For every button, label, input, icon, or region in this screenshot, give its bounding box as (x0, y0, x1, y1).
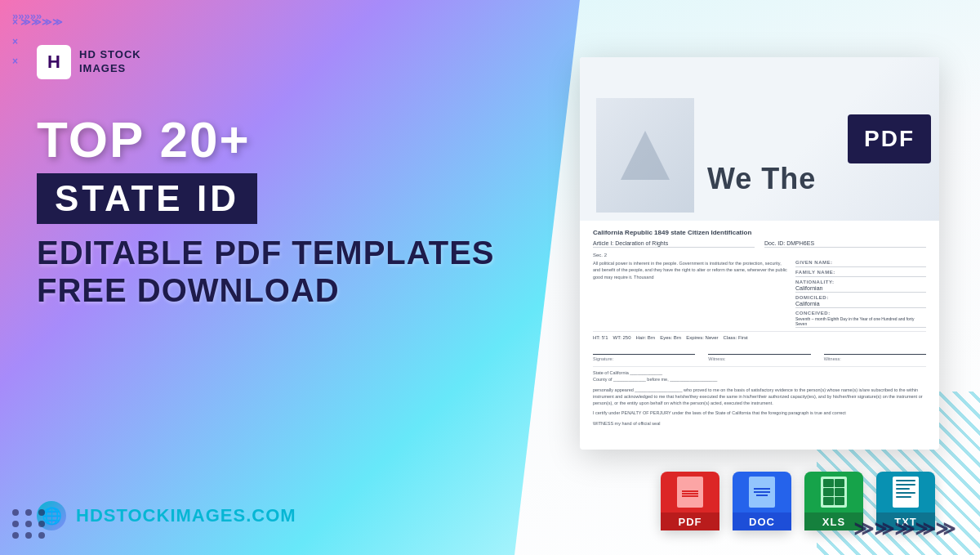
format-doc[interactable]: DOC (733, 472, 791, 530)
doc-format-label: DOC (733, 512, 791, 530)
wt-label: WT: 250 (613, 335, 631, 340)
sig-col-2: Witness: (708, 343, 810, 361)
nationality-value: Californian (795, 285, 926, 293)
bottom-left-area: 🌐 HDSTOCKIMAGES.COM (37, 501, 296, 530)
family-name-label: Family Name: (795, 270, 926, 275)
expires-label: Expires: Never (686, 335, 718, 340)
doc-body-text: All political power is inherent in the p… (593, 260, 789, 280)
eyes-label: Eyes: Brn (660, 335, 681, 340)
doc-divider-2 (593, 366, 926, 367)
domiciled-label: Domiciled: (795, 295, 926, 300)
cross-row-1: × ≫≫≫≫ (12, 16, 63, 28)
deco-arrows-bottom-right: ≫≫≫≫≫ (853, 517, 956, 540)
doc-header-row: Article I: Declaration of Rights Doc. ID… (593, 239, 926, 248)
penalty-text: I certify under PENALTY OF PERJURY under… (593, 410, 926, 416)
pdf-badge: PDF (848, 114, 931, 163)
brand-name-line2: IMAGES (79, 62, 141, 76)
witness1-line (708, 343, 810, 355)
brand-name-line1: HD STOCK (79, 48, 141, 62)
doc-left-col: All political power is inherent in the p… (593, 260, 789, 328)
doc-article-col: Article I: Declaration of Rights (593, 239, 755, 248)
doc-divider-1 (593, 331, 926, 332)
doc-content-area: California Republic 1849 state Citizen I… (580, 221, 939, 438)
doc-we-the-text: We The (707, 162, 816, 196)
subtitle-line2: FREE DOWNLOAD (37, 271, 495, 309)
doc-id: Doc. ID: DMPH6ES (764, 240, 926, 248)
website-text: HDSTOCKIMAGES.COM (76, 505, 296, 526)
logo-box: H (37, 45, 71, 79)
main-content-left: TOP 20+ STATE ID EDITABLE PDF TEMPLATES … (37, 114, 495, 309)
subtitle: EDITABLE PDF TEMPLATES FREE DOWNLOAD (37, 234, 495, 309)
doc-id-col: Doc. ID: DMPH6ES (764, 239, 926, 248)
witness-text: WITNESS my hand of official seal (593, 420, 926, 427)
arrow-chevrons: ≫≫≫≫≫ (853, 517, 956, 540)
witness2-line (824, 343, 926, 355)
given-name-value (795, 266, 926, 267)
family-name-value (795, 275, 926, 277)
sig-label: Signature: (593, 356, 695, 361)
doc-right-col: Given Name: Family Name: Nationality: Ca… (795, 260, 926, 328)
witness2-label: Witness: (824, 356, 926, 361)
doc-body-paragraph: personally appeared ___________________ … (593, 387, 926, 407)
doc-top-area: We The PDF (580, 57, 939, 221)
conceived-label: Conceived: (795, 311, 926, 316)
doc-main-row: All political power is inherent in the p… (593, 260, 926, 328)
doc-title: California Republic 1849 state Citizen I… (593, 229, 926, 236)
doc-sec: Sec. 2 (593, 253, 926, 257)
doc-image-placeholder (596, 98, 694, 213)
witness1-label: Witness: (708, 356, 810, 361)
domiciled-value: California (795, 301, 926, 308)
class-label: Class: First (724, 335, 748, 340)
sig-col-3: Witness: (824, 343, 926, 361)
logo-letter: H (47, 51, 60, 73)
sig-col-1: Signature: (593, 343, 695, 361)
subtitle-line1: EDITABLE PDF TEMPLATES (37, 234, 495, 271)
state-id-badge: STATE ID (37, 173, 257, 224)
state-county-row: State of California _____________ County… (593, 369, 926, 383)
ht-label: HT: 5'1 (593, 335, 608, 340)
doc-article: Article I: Declaration of Rights (593, 240, 755, 248)
deco-dots-bottomleft (12, 509, 47, 539)
physical-info-row: HT: 5'1 WT: 250 Hair: Brn Eyes: Brn Expi… (593, 335, 926, 340)
pdf-format-label: PDF (661, 512, 719, 530)
sig-line (593, 343, 695, 355)
hair-label: Hair: Brn (636, 335, 656, 340)
document-card: We The PDF California Republic 1849 stat… (580, 57, 939, 450)
logo-area: H HD STOCK IMAGES (37, 45, 141, 79)
sig-row: Signature: Witness: Witness: (593, 343, 926, 361)
given-name-label: Given Name: (795, 260, 926, 265)
brand-name: HD STOCK IMAGES (79, 48, 141, 76)
nationality-label: Nationality: (795, 280, 926, 284)
format-pdf[interactable]: PDF (661, 472, 719, 530)
conceived-value: Seventh – month Eighth Day in the Year o… (795, 316, 926, 328)
top20-label: TOP 20+ (37, 114, 495, 165)
